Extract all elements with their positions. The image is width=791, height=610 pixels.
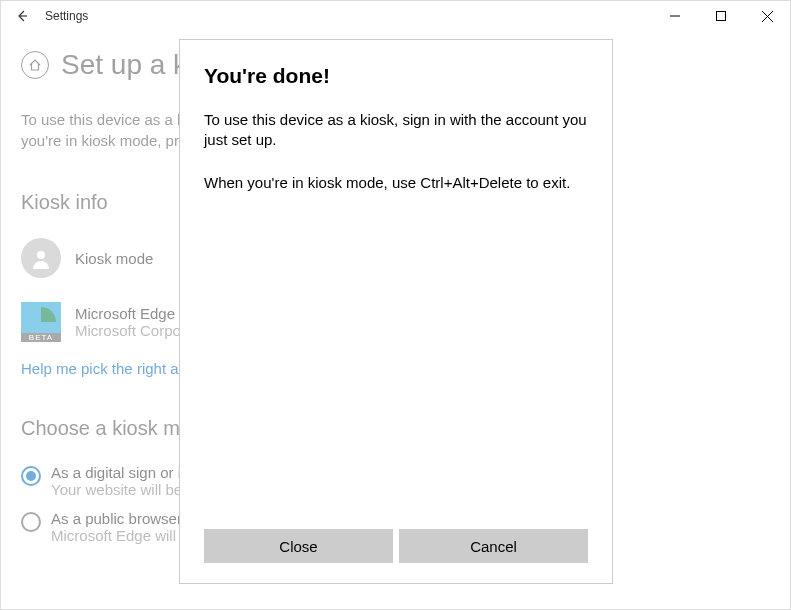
minimize-button[interactable] <box>652 1 698 31</box>
done-dialog: You're done! To use this device as a kio… <box>179 39 613 584</box>
back-button[interactable] <box>1 1 43 31</box>
beta-badge: BETA <box>21 333 61 342</box>
dialog-text-2: When you're in kiosk mode, use Ctrl+Alt+… <box>204 173 588 193</box>
svg-point-5 <box>37 251 45 259</box>
close-button[interactable]: Close <box>204 529 393 563</box>
kiosk-mode-label: Kiosk mode <box>75 250 153 267</box>
window-controls <box>652 1 790 31</box>
radio-selected-icon <box>21 466 41 486</box>
cancel-button[interactable]: Cancel <box>399 529 588 563</box>
maximize-button[interactable] <box>698 1 744 31</box>
close-icon <box>762 11 773 22</box>
maximize-icon <box>716 11 726 21</box>
window-title: Settings <box>45 9 88 23</box>
radio-unselected-icon <box>21 512 41 532</box>
dialog-button-row: Close Cancel <box>204 529 588 563</box>
minimize-icon <box>670 11 680 21</box>
user-icon <box>21 238 61 278</box>
back-arrow-icon <box>14 8 30 24</box>
home-icon <box>21 51 49 79</box>
close-window-button[interactable] <box>744 1 790 31</box>
dialog-text-1: To use this device as a kiosk, sign in w… <box>204 110 588 151</box>
svg-rect-2 <box>717 12 726 21</box>
edge-icon: BETA <box>21 302 61 342</box>
title-bar: Settings <box>1 1 790 31</box>
dialog-title: You're done! <box>204 64 588 88</box>
